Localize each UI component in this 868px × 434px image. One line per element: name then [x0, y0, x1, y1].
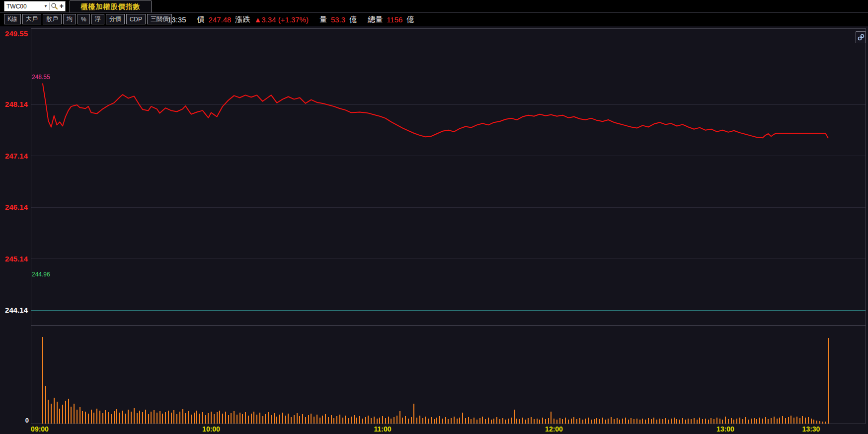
- toolbar-button[interactable]: 分價: [106, 14, 125, 24]
- intraday-chart: [0, 26, 868, 434]
- price-line: [43, 84, 828, 139]
- volume-bars: [42, 337, 829, 424]
- volume-axis-zero: 0: [12, 417, 29, 424]
- high-annotation: 248.55: [32, 74, 50, 81]
- total-volume-unit: 億: [406, 15, 414, 24]
- y-axis-label: 245.14: [2, 255, 28, 263]
- symbol-combo[interactable]: TWC00 ▼ +: [4, 1, 66, 11]
- volume-label: 量: [319, 15, 327, 24]
- app-window: TWC00 ▼ + 櫃檯加權股價指數 K線大戶散戶均%浮分價CDP三關價 13:…: [0, 0, 868, 434]
- y-axis-label: 249.55: [2, 29, 28, 38]
- x-axis-tick-label: 11:00: [367, 425, 398, 433]
- toolbar-button[interactable]: CDP: [126, 14, 146, 24]
- x-axis-tick-label: 13:00: [710, 425, 741, 433]
- status-bar: 13:35 價 247.48 漲跌 ▲3.34 (+1.37%) 量 53.3 …: [167, 13, 418, 26]
- volume-unit: 億: [349, 15, 357, 24]
- price-label: 價: [197, 15, 205, 24]
- toolbar-button[interactable]: K線: [4, 14, 21, 24]
- x-axis-tick-label: 13:30: [795, 425, 827, 433]
- low-annotation: 244.96: [32, 271, 50, 278]
- price-value: 247.48: [209, 15, 232, 24]
- status-time: 13:35: [167, 15, 186, 24]
- change-label: 漲跌: [235, 15, 250, 24]
- chevron-down-icon[interactable]: ▼: [44, 4, 49, 8]
- total-volume-value: 1156: [387, 15, 402, 24]
- link-button[interactable]: [856, 31, 866, 43]
- toolbar-row: K線大戶散戶均%浮分價CDP三關價 13:35 價 247.48 漲跌 ▲3.3…: [0, 13, 868, 26]
- toolbar: K線大戶散戶均%浮分價CDP三關價: [4, 14, 173, 24]
- header-row: TWC00 ▼ + 櫃檯加權股價指數: [0, 0, 868, 13]
- symbol-input[interactable]: TWC00: [4, 3, 44, 10]
- toolbar-button[interactable]: 均: [63, 14, 76, 24]
- toolbar-button[interactable]: %: [78, 14, 90, 24]
- x-axis-tick-label: 09:00: [24, 425, 56, 433]
- toolbar-button[interactable]: 大戶: [22, 14, 41, 24]
- y-axis-label: 248.14: [2, 100, 28, 109]
- chain-link-icon: [858, 34, 865, 41]
- x-axis-tick-label: 10:00: [195, 425, 227, 433]
- add-symbol-button[interactable]: +: [58, 2, 65, 10]
- volume-value: 53.3: [331, 15, 345, 24]
- search-icon[interactable]: [51, 2, 58, 10]
- toolbar-button[interactable]: 散戶: [43, 14, 62, 24]
- y-axis-label: 244.14: [2, 306, 28, 315]
- chart-area: 249.55248.14247.14246.14245.14244.14248.…: [0, 26, 868, 434]
- y-axis-label: 247.14: [2, 152, 28, 161]
- change-value: ▲3.34 (+1.37%): [254, 15, 309, 24]
- total-volume-label: 總量: [368, 15, 383, 24]
- tab-label: 櫃檯加權股價指數: [81, 2, 141, 11]
- x-axis-tick-label: 12:00: [538, 425, 570, 433]
- combo-divider: [49, 2, 50, 10]
- toolbar-button[interactable]: 浮: [91, 14, 104, 24]
- tab-index-name[interactable]: 櫃檯加權股價指數: [70, 0, 152, 12]
- y-axis-label: 246.14: [2, 203, 28, 212]
